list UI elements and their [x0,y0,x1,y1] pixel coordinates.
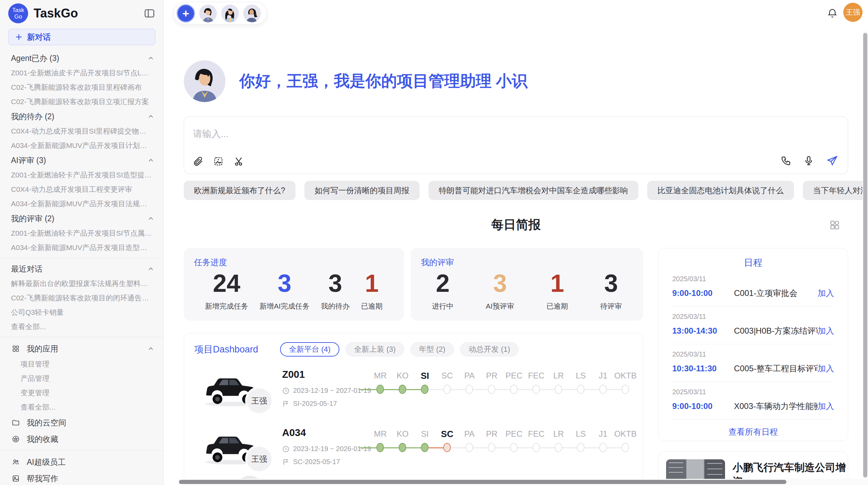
sidebar-item-cloud-space[interactable]: 我的云空间 [0,414,164,431]
nav-label: AI超级员工 [27,457,66,468]
dashboard-header: 项目Dashboard 全新平台 (4) 全新上装 (3) 年型 (2) 动总开… [184,333,643,357]
list-item[interactable]: 公司Q3轻卡销量 [0,305,164,320]
stat-value: 3 [600,269,622,298]
milestone-dot [622,385,629,394]
milestone-dot [421,385,429,394]
milestone-dot [555,385,562,394]
schedule-item: 2025/03/11 9:00-10:00 C001-立项审批会 加入 [672,269,834,307]
sidebar-item-project-mgmt[interactable]: 项目管理 [0,357,164,371]
list-item[interactable]: A034-全新新能源MUV产品开发项目造型可行性评审 [0,240,164,255]
list-item[interactable]: Z001-全新燃油皮卡产品开发项目SI节点Lesson Learn报告 [0,66,164,80]
suggestion-chip[interactable]: 欧洲新规最近颁布了什么? [184,181,296,200]
chevron-up-icon[interactable] [147,215,155,222]
project-code: A034 [282,427,306,438]
stat-row: 24 新增完成任务 3 新增AI完成任务 3 我的待办 1 已逾期 [184,268,404,311]
assistant-avatar [184,60,226,102]
sidebar-item-product-mgmt[interactable]: 产品管理 [0,371,164,386]
project-dashboard-card: 项目Dashboard 全新平台 (4) 全新上装 (3) 年型 (2) 动总开… [184,333,643,485]
horizontal-scrollbar-thumb[interactable] [179,480,786,484]
stat-label: 进行中 [432,301,454,311]
chevron-up-icon[interactable] [147,157,155,164]
list-item[interactable]: C02-飞腾新能源轻客改款项目立项汇报方案 [0,95,164,109]
schedule-name: C005-整车工程目标评审 [734,363,818,374]
sidebar-item-help-write[interactable]: 帮我写作 [0,470,164,485]
view-all-apps[interactable]: 查看全部... [0,400,164,414]
schedule-name: X003-车辆动力学性能验... [734,401,818,412]
stat: 1 已逾期 [361,269,383,311]
stat: 2 进行中 [432,269,454,311]
list-item[interactable]: Z001-全新燃油轻卡产品开发项目SI造型提交物评审 [0,168,164,182]
clock-icon [282,387,290,395]
dashboard-title: 项目Dashboard [194,343,258,356]
list-item[interactable]: A034-全新新能源MUV产品开发项目法规符合性评审 [0,197,164,211]
avatar[interactable] [221,4,239,22]
schedule-date: 2025/03/11 [672,388,834,396]
join-button[interactable]: 加入 [818,401,834,412]
sidebar-item-my-apps[interactable]: 我的应用 [0,340,164,357]
list-item[interactable]: C02-飞腾新能源轻客改款项目的闭环通告反馈情况 [0,291,164,305]
section-my-todo[interactable]: 我的待办 (2) [0,109,164,124]
section-ai-review[interactable]: AI评审 (3) [0,153,164,168]
list-item[interactable]: A034-全新新能源MUV产品开发项目计划变更表编写 [0,138,164,153]
section-my-review[interactable]: 我的评审 (2) [0,211,164,226]
users-icon [12,458,20,466]
user-avatar[interactable]: 王强 [843,3,863,22]
view-all-chats[interactable]: 查看全部... [0,320,164,334]
milestone-dot [399,443,406,452]
new-chat-button[interactable]: 新对话 [8,29,155,45]
chevron-up-icon[interactable] [147,265,155,273]
attachment-icon[interactable] [192,156,203,167]
avatar[interactable] [243,4,261,22]
join-button[interactable]: 加入 [818,363,834,374]
tab-powertrain[interactable]: 动总开发 (1) [460,342,519,357]
sidebar-item-favorites[interactable]: 我的收藏 [0,431,164,447]
collapse-sidebar-icon[interactable] [144,8,155,19]
suggestion-chip[interactable]: 比亚迪全固态电池计划具体说了什么 [647,181,794,200]
image-upload-icon[interactable] [213,156,224,167]
scissors-icon[interactable] [233,156,244,167]
list-item[interactable]: 解释最新出台的欧盟报废车法规再生塑料比例被调至15%... [0,276,164,291]
list-item[interactable]: C0X4-动力总成开发项目工程变更评审 [0,182,164,197]
suggestion-chip[interactable]: 特朗普可能对进口汽车增税会对中国车企造成哪些影响 [429,181,638,200]
input-tools-left [192,156,244,167]
chevron-up-icon[interactable] [147,54,155,62]
phone-icon[interactable] [781,155,792,166]
notification-bell-icon[interactable] [827,8,838,18]
flag-icon [282,400,290,408]
milestone-dot [399,385,406,394]
chevron-up-icon[interactable] [147,345,155,352]
chevron-up-icon[interactable] [147,113,155,120]
vertical-scrollbar-thumb[interactable] [863,33,867,477]
view-all-schedule[interactable]: 查看所有日程 [672,426,834,437]
suggestion-chip[interactable]: 当下年轻人对汽车外观有怎样的喜好趋势 [803,181,868,200]
avatar[interactable] [199,4,217,22]
milestone-dot [577,385,584,394]
section-agent-done[interactable]: Agent已办 (3) [0,51,164,66]
sidebar-item-ai-staff[interactable]: AI超级员工 [0,454,164,470]
join-button[interactable]: 加入 [818,325,834,336]
tab-year-model[interactable]: 年型 (2) [410,342,454,357]
tab-new-platform[interactable]: 全新平台 (4) [280,342,339,357]
chat-input[interactable]: 请输入... [184,116,848,174]
list-item[interactable]: Z001-全新燃油轻卡产品开发项目SI节点属性5D文件评审 [0,226,164,240]
add-contact-button[interactable]: + [177,4,195,23]
layout-grid-icon[interactable] [829,219,841,231]
milestone-dot [376,385,384,394]
list-item[interactable]: C0X4-动力总成开发项目SI里程碑提交物检查 [0,124,164,138]
tab-new-body[interactable]: 全新上装 (3) [346,342,404,357]
project-row[interactable]: 王强 A034 2023-12-19 ~ 2026-01-19 SC-2025-… [184,424,643,478]
logo-row: Task Go TaskGo [0,0,164,27]
project-row[interactable]: 王强 Z001 2023-12-19 ~ 2027-01-19 SI-2025-… [184,365,643,420]
milestone-dot [555,443,562,452]
suggestion-chip[interactable]: 如何写一份清晰的项目周报 [304,181,420,200]
schedule-name: C001-立项审批会 [734,288,818,299]
sidebar-item-change-mgmt[interactable]: 变更管理 [0,386,164,400]
send-icon[interactable] [826,154,838,167]
stat-label: 已逾期 [361,301,383,311]
medal-icon [12,435,20,443]
microphone-icon[interactable] [803,155,814,166]
section-recent-chats[interactable]: 最近对话 [0,261,164,276]
stat-label: AI预评审 [486,301,514,311]
list-item[interactable]: C02-飞腾新能源轻客改款项目里程碑画布 [0,80,164,95]
join-button[interactable]: 加入 [818,288,834,299]
